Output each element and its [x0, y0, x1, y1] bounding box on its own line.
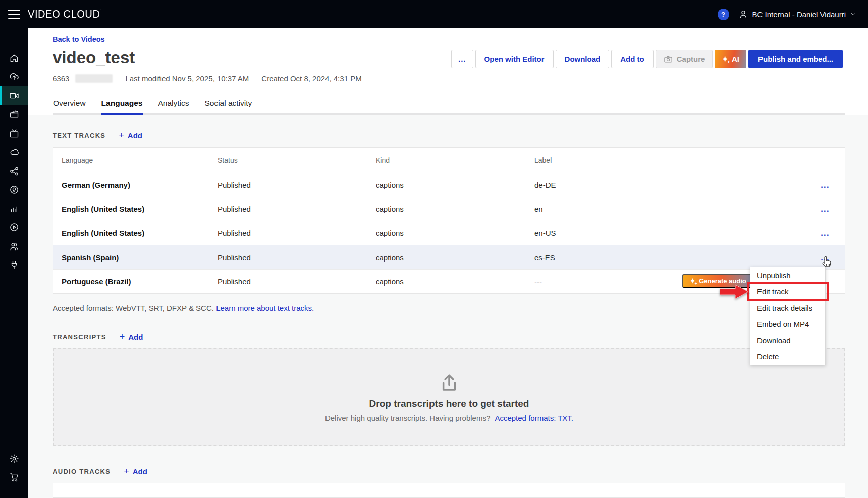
add-audio-track-button[interactable]: +Add	[124, 467, 147, 476]
user-icon	[738, 9, 748, 19]
upload-icon	[439, 372, 460, 393]
row-more-button[interactable]: ...	[821, 253, 830, 262]
tv-icon	[9, 129, 19, 139]
sidebar-item-cloud[interactable]	[0, 143, 28, 162]
last-modified-text: Last modified Nov 5, 2025, 10:37 AM	[125, 74, 249, 83]
header-actions: ... Open with Editor Download Add to Cap…	[451, 50, 843, 68]
tab-bar: Overview Languages Analytics Social acti…	[53, 99, 845, 115]
transcripts-header: TRANSCRIPTS +Add	[53, 312, 845, 341]
video-id: 6363	[53, 74, 69, 83]
clapperboard-icon	[9, 109, 19, 119]
open-with-editor-button[interactable]: Open with Editor	[475, 50, 554, 68]
text-tracks-table: Language Status Kind Label German (Germa…	[53, 147, 845, 294]
lightbulb-icon	[9, 185, 19, 195]
menu-item-unpublish[interactable]: Unpublish	[750, 267, 825, 284]
menu-item-edit-track-details[interactable]: Edit track details	[750, 300, 825, 316]
tab-social-activity[interactable]: Social activity	[204, 99, 252, 113]
menu-item-delete[interactable]: Delete	[750, 349, 825, 365]
video-id-redacted	[75, 74, 113, 83]
sidebar-item-tv[interactable]	[0, 124, 28, 143]
meta-divider	[119, 75, 119, 83]
share-network-icon	[9, 166, 19, 176]
sidebar-item-media[interactable]	[0, 105, 28, 125]
sidebar-item-integrations[interactable]	[0, 256, 28, 275]
users-icon	[9, 241, 19, 252]
sidebar-item-audience[interactable]	[0, 237, 28, 256]
row-more-button[interactable]: ...	[821, 181, 830, 189]
table-row[interactable]: German (Germany) Published captions de-D…	[53, 173, 845, 197]
add-transcript-button[interactable]: +Add	[120, 332, 143, 341]
sidebar	[0, 28, 28, 498]
more-actions-button[interactable]: ...	[451, 50, 473, 68]
sparkle-icon: ✦	[722, 55, 728, 63]
top-bar: VIDEO CLOUDʹ ? BC Internal - Daniel Vida…	[0, 0, 868, 28]
page-title: video_test	[53, 48, 135, 67]
ai-button[interactable]: ✦ AI	[715, 50, 746, 68]
menu-item-edit-track[interactable]: Edit track	[750, 284, 825, 300]
add-to-button[interactable]: Add to	[611, 50, 653, 68]
menu-item-embed-on-mp4[interactable]: Embed on MP4	[750, 316, 825, 333]
dropzone-subtext: Deliver high quality transcripts. Having…	[325, 414, 573, 422]
created-text: Created Oct 8, 2024, 4:31 PM	[261, 74, 361, 83]
row-more-button[interactable]: ...	[821, 229, 830, 237]
bar-chart-icon	[9, 204, 19, 214]
tab-analytics[interactable]: Analytics	[157, 99, 189, 113]
add-text-track-button[interactable]: +Add	[119, 131, 142, 140]
sidebar-item-videos[interactable]	[0, 86, 28, 105]
transcripts-heading: TRANSCRIPTS	[53, 333, 106, 341]
video-camera-icon	[9, 91, 19, 101]
sidebar-item-player[interactable]	[0, 218, 28, 237]
text-tracks-header: TEXT TRACKS +Add	[53, 115, 845, 140]
plus-icon: +	[124, 467, 129, 476]
sidebar-item-home[interactable]	[0, 49, 28, 68]
publish-and-embed-button[interactable]: Publish and embed...	[748, 50, 843, 68]
column-header-label: Label	[534, 156, 808, 164]
table-row-selected[interactable]: Spanish (Spain) Published captions es-ES…	[53, 245, 845, 269]
transcripts-dropzone[interactable]: Drop transcripts here to get started Del…	[53, 348, 845, 446]
audio-tracks-table	[53, 483, 845, 498]
sidebar-item-upload[interactable]	[0, 68, 28, 87]
capture-button[interactable]: Capture	[656, 50, 713, 68]
home-icon	[9, 53, 19, 63]
tab-overview[interactable]: Overview	[53, 99, 86, 113]
sparkle-icon: ✦	[690, 278, 695, 284]
video-meta: 6363 Last modified Nov 5, 2025, 10:37 AM…	[53, 74, 362, 83]
page-header: Back to Videos video_test 6363 Last modi…	[28, 28, 868, 115]
row-more-button[interactable]: ...	[821, 205, 830, 213]
hamburger-menu-icon[interactable]	[8, 10, 20, 19]
account-label: BC Internal - Daniel Vidaurri	[752, 10, 846, 19]
column-header-language: Language	[53, 156, 218, 164]
row-context-menu: Unpublish Edit track Edit track details …	[750, 267, 826, 365]
upload-cloud-icon	[9, 72, 19, 82]
column-header-kind: Kind	[376, 156, 534, 164]
play-circle-icon	[9, 222, 19, 232]
accepted-formats-note: Accepted formats: WebVTT, SRT, DFXP & SC…	[53, 304, 845, 312]
generate-audio-button[interactable]: ✦ Generate audio	[682, 274, 754, 288]
back-to-videos-link[interactable]: Back to Videos	[53, 35, 105, 43]
table-row[interactable]: English (United States) Published captio…	[53, 221, 845, 245]
accepted-formats-link[interactable]: Accepted formats: TXT.	[495, 414, 573, 422]
cloud-icon	[9, 147, 19, 157]
download-button[interactable]: Download	[556, 50, 610, 68]
sidebar-item-settings[interactable]	[0, 449, 28, 468]
camera-icon	[664, 55, 673, 64]
sidebar-item-interactivity[interactable]	[0, 181, 28, 200]
column-header-status: Status	[218, 156, 376, 164]
account-menu[interactable]: BC Internal - Daniel Vidaurri	[738, 9, 857, 19]
table-row[interactable]: English (United States) Published captio…	[53, 197, 845, 221]
plug-icon	[9, 260, 19, 270]
tab-languages[interactable]: Languages	[101, 99, 143, 113]
sidebar-item-marketplace[interactable]	[0, 468, 28, 487]
help-button[interactable]: ?	[718, 9, 729, 20]
sidebar-item-analytics[interactable]	[0, 199, 28, 218]
plus-icon: +	[119, 131, 124, 140]
text-tracks-heading: TEXT TRACKS	[53, 132, 105, 139]
dropzone-title: Drop transcripts here to get started	[369, 398, 529, 409]
learn-more-link[interactable]: Learn more about text tracks.	[216, 304, 314, 312]
chevron-down-icon	[850, 11, 857, 18]
menu-item-download[interactable]: Download	[750, 332, 825, 349]
sidebar-item-share[interactable]	[0, 162, 28, 181]
gear-icon	[9, 454, 19, 464]
page-body: TEXT TRACKS +Add Language Status Kind La…	[28, 115, 868, 498]
plus-icon: +	[120, 332, 125, 341]
